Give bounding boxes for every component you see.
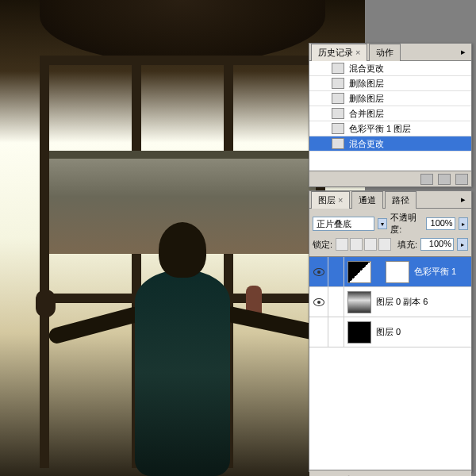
trash-icon[interactable] xyxy=(455,174,468,185)
layer-row[interactable]: 色彩平衡 1 xyxy=(309,257,471,287)
history-step-icon xyxy=(332,123,344,134)
lock-position-icon[interactable] xyxy=(364,238,377,251)
curtain-drape xyxy=(40,0,325,63)
mask-thumb[interactable] xyxy=(386,261,409,283)
link-column[interactable] xyxy=(328,287,344,317)
blend-mode-dropdown[interactable]: 正片叠底 xyxy=(313,217,374,231)
history-list[interactable]: 混合更改 删除图层 删除图层 合并图层 色彩平衡 1 图层 混合更改 xyxy=(309,61,471,171)
layers-panel[interactable]: 图层× 通道 路径 ▸ 正片叠底 ▾ 不透明度: 100% ▸ 锁定: 填充: … xyxy=(309,190,472,472)
history-item[interactable]: 混合更改 xyxy=(309,61,471,76)
adjustment-thumb[interactable] xyxy=(347,261,371,283)
layer-row[interactable]: 图层 0 副本 6 xyxy=(309,287,471,317)
panel-menu-icon[interactable]: ▸ xyxy=(457,193,470,205)
history-panel[interactable]: 历史记录× 动作 ▸ 混合更改 删除图层 删除图层 合并图层 色彩平衡 1 图层… xyxy=(309,43,472,187)
history-item-label: 删除图层 xyxy=(349,78,384,90)
fx-icon[interactable]: fx. xyxy=(360,474,373,477)
history-step-icon xyxy=(332,78,344,89)
opacity-input[interactable]: 100% xyxy=(426,217,455,230)
foreground-figure xyxy=(103,222,262,476)
layer-name[interactable]: 色彩平衡 1 xyxy=(414,266,456,278)
tab-paths[interactable]: 路径 xyxy=(385,191,416,209)
tab-layers-label: 图层 xyxy=(318,195,336,205)
fill-input[interactable]: 100% xyxy=(420,238,454,251)
trash-icon[interactable]: 🗑 xyxy=(455,474,468,477)
lock-all-icon[interactable] xyxy=(378,238,391,251)
mask-icon[interactable]: ◐ xyxy=(379,474,392,477)
history-item-label: 色彩平衡 1 图层 xyxy=(349,123,411,135)
history-item-label: 删除图层 xyxy=(349,93,384,105)
layer-thumb[interactable] xyxy=(347,321,371,344)
close-icon[interactable]: × xyxy=(338,195,343,205)
history-item-label: 混合更改 xyxy=(349,138,384,150)
layer-name[interactable]: 图层 0 xyxy=(376,326,401,338)
new-layer-icon[interactable]: ▣ xyxy=(436,474,449,477)
history-step-icon xyxy=(332,93,344,104)
history-step-icon xyxy=(332,138,344,149)
history-step-icon xyxy=(332,108,344,119)
opacity-label: 不透明度: xyxy=(390,212,423,236)
close-icon[interactable]: × xyxy=(355,48,360,57)
layers-controls: 正片叠底 ▾ 不透明度: 100% ▸ 锁定: 填充: 100% ▸ xyxy=(309,209,471,257)
fill-arrow-icon[interactable]: ▸ xyxy=(457,238,468,251)
tab-channels-label: 通道 xyxy=(359,195,376,205)
link-layers-icon[interactable]: ⟲ xyxy=(341,474,354,477)
visibility-toggle[interactable] xyxy=(309,287,328,317)
link-icon xyxy=(373,267,381,278)
tab-channels[interactable]: 通道 xyxy=(351,191,383,209)
layers-list[interactable]: 色彩平衡 1 图层 0 副本 6 图层 0 xyxy=(309,257,471,470)
visibility-toggle[interactable] xyxy=(309,257,328,286)
history-footer xyxy=(309,171,471,186)
tab-paths-label: 路径 xyxy=(392,195,409,205)
chevron-down-icon[interactable]: ▾ xyxy=(378,218,387,229)
tab-layers[interactable]: 图层× xyxy=(311,191,350,209)
adjustment-icon[interactable]: ◑ xyxy=(398,474,411,477)
history-tabs: 历史记录× 动作 ▸ xyxy=(309,44,471,61)
blend-mode-value: 正片叠底 xyxy=(317,218,351,230)
history-item-label: 合并图层 xyxy=(349,108,384,120)
history-item[interactable]: 删除图层 xyxy=(309,76,471,91)
tab-actions[interactable]: 动作 xyxy=(369,44,401,61)
opacity-arrow-icon[interactable]: ▸ xyxy=(459,217,468,230)
panel-menu-icon[interactable]: ▸ xyxy=(457,45,470,58)
link-column[interactable] xyxy=(328,317,344,347)
lock-transparency-icon[interactable] xyxy=(336,238,348,251)
history-item-label: 混合更改 xyxy=(349,63,384,75)
eye-icon xyxy=(313,268,324,276)
layer-name[interactable]: 图层 0 副本 6 xyxy=(376,296,428,308)
tab-history[interactable]: 历史记录× xyxy=(311,44,367,61)
layer-row[interactable]: 图层 0 xyxy=(309,317,471,347)
new-document-icon[interactable] xyxy=(438,174,451,185)
lock-icons xyxy=(336,238,391,251)
link-column[interactable] xyxy=(328,257,344,286)
history-item[interactable]: 色彩平衡 1 图层 xyxy=(309,121,471,136)
history-item[interactable]: 混合更改 xyxy=(309,136,471,152)
tab-history-label: 历史记录 xyxy=(318,48,353,57)
history-item[interactable]: 合并图层 xyxy=(309,106,471,121)
folder-icon[interactable]: ▢ xyxy=(417,474,430,477)
fill-value: 100% xyxy=(429,239,451,248)
history-step-icon xyxy=(332,63,344,74)
history-item[interactable]: 删除图层 xyxy=(309,91,471,106)
layers-footer: ⟲ fx. ◐ ◑ ▢ ▣ 🗑 xyxy=(309,470,471,476)
eye-icon xyxy=(313,298,324,306)
lock-pixels-icon[interactable] xyxy=(350,238,363,251)
tab-actions-label: 动作 xyxy=(376,48,393,57)
visibility-toggle[interactable] xyxy=(309,317,328,347)
layer-thumb[interactable] xyxy=(347,291,371,313)
lock-label: 锁定: xyxy=(313,239,332,251)
fill-label: 填充: xyxy=(397,239,417,251)
new-snapshot-icon[interactable] xyxy=(420,174,433,185)
opacity-value: 100% xyxy=(431,218,453,228)
layers-tabs: 图层× 通道 路径 ▸ xyxy=(309,191,471,209)
